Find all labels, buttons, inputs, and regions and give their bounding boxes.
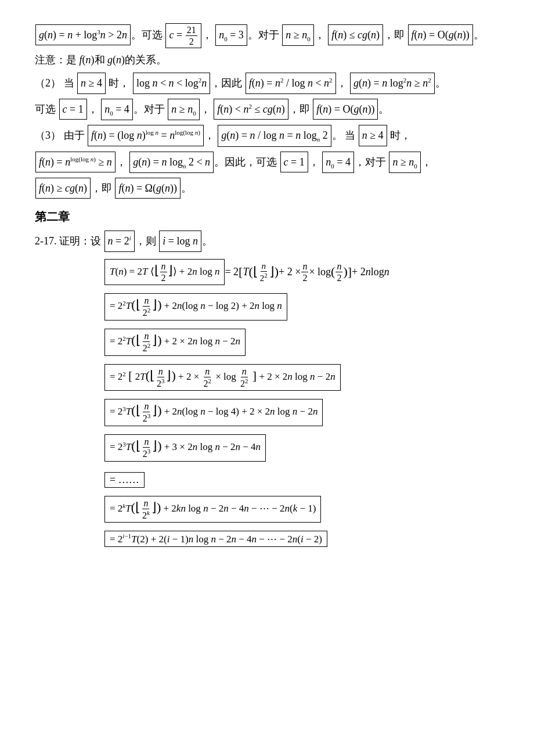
note-line: 注意：是 f(n)和 g(n)的关系。 [35,53,499,67]
eq-6: = 23T(⌊n23⌋) + 3 × 2n log n − 2n − 4n [104,434,266,462]
eq-2: = 22T(⌊n22⌋) + 2n(log n − log 2) + 2n lo… [104,293,287,321]
eq-row-dots: = …… [104,470,499,490]
eq-4: = 22 [ 2T(⌊n23⌋) + 2 × n22 × log n22 ] +… [104,364,341,391]
eq-row-1: T(n) = 2T ⟨⌊n2⌋⟩ + 2n log n = 2 [ T(⌊n22… [104,257,499,287]
box-fn-lt-n2-le-cgn: f(n) < n2 ≤ cg(n) [214,99,288,120]
box-fn-ge-n-p3: f(n) = nlog(log n) ≥ n [35,152,116,172]
eq-3: = 22T(⌊n22⌋) + 2 × 2n log n − 2n [104,329,246,356]
box-fn-O-gn-1: f(n) = O(g(n)) [408,24,473,45]
box-fn-O-gn-p2: f(n) = O(g(n)) [313,99,378,120]
part2-line1: （2） 当 n ≥ 4 时， log n < n < log2n，因此 f(n)… [35,73,499,93]
eq-row-6: = 23T(⌊n23⌋) + 3 × 2n log n − 2n − 4n [104,432,499,464]
eq-row-i: = 2i−1T(2) + 2(i − 1)n log n − 2n − 4n −… [104,528,499,549]
eq-row-k: = 2kT(⌊n2k⌋) + 2kn log n − 2n − 4n − ⋯ −… [104,494,499,525]
box-n-ge-n0-p3: n ≥ n0 [389,152,420,173]
eq-row-2: = 22T(⌊n22⌋) + 2n(log n − log 2) + 2n lo… [104,291,499,323]
box-gn-nlogn: g(n) = n / log n = n logn 2 [218,125,331,146]
box-gn-lt-n-p3: g(n) = n logn 2 < n [129,152,214,173]
box-fn-Omega-gn-p3: f(n) = Ω(g(n)) [115,178,181,199]
eq-1: T(n) = 2T ⟨⌊n2⌋⟩ + 2n log n [104,259,225,285]
box-c1-p2: c = 1 [59,99,87,120]
box-fn-n2-logn: f(n) = n2 / log n < n2 [246,73,336,93]
chapter-title: 第二章 [35,209,499,225]
box-n-2i: n = 2i [104,231,135,251]
box-n-ge-n0-1: n ≥ n0 [282,24,313,46]
box-n0-4-p3: n0 = 4 [322,152,354,173]
part3-line2: f(n) = nlog(log n) ≥ n， g(n) = n logn 2 … [35,152,499,173]
box-fn-ge-cgn-p3: f(n) ≥ cg(n) [35,178,91,199]
part2-line2: 可选 c = 1， n0 = 4。对于 n ≥ n0， f(n) < n2 ≤ … [35,99,499,120]
box-c-21-2: c = 212 [165,23,201,48]
problem-2-17-intro: 2-17. 证明：设 n = 2i，则 i = log n。 [35,231,499,251]
box-gn-def: g(n) = n + log3n > 2n [35,24,131,45]
eq-i: = 2i−1T(2) + 2(i − 1)n log n − 2n − 4n −… [104,531,327,547]
box-fn-logn-logn: f(n) = (log n)log n = nlog(log n) [88,125,204,146]
line-gn-def: g(n) = n + log3n > 2n 。可选 c = 212， n0 = … [35,23,499,48]
box-gn-nlog2n: g(n) = n log2n ≥ n2 [350,73,435,93]
box-i-logn: i = log n [159,231,201,251]
box-c1-p3: c = 1 [280,152,308,172]
eq-k: = 2kT(⌊n2k⌋) + 2kn log n − 2n − 4n − ⋯ −… [104,496,321,523]
box-fn-le-cgn: f(n) ≤ cg(n) [328,24,383,45]
eq-row-5: = 23T(⌊n23⌋) + 2n(log n − log 4) + 2 × 2… [104,397,499,429]
box-n-ge-4-p2: n ≥ 4 [77,73,106,93]
box-logn-lt-n-lt-log2n: log n < n < log2n [133,73,210,93]
part3-line3: f(n) ≥ cg(n)，即 f(n) = Ω(g(n))。 [35,178,499,199]
box-n-ge-n0-p2: n ≥ n0 [168,99,199,120]
eq-row-4: = 22 [ 2T(⌊n23⌋) + 2 × n22 × log n22 ] +… [104,362,499,394]
page-content: g(n) = n + log3n > 2n 。可选 c = 212， n0 = … [35,23,499,549]
box-n-ge-4-p3: n ≥ 4 [359,125,387,146]
box-n0-4-p2: n0 = 4 [101,99,133,120]
dots: = …… [104,472,145,488]
eq-row-3: = 22T(⌊n22⌋) + 2 × 2n log n − 2n [104,326,499,358]
equations-block: T(n) = 2T ⟨⌊n2⌋⟩ + 2n log n = 2 [ T(⌊n22… [104,257,499,549]
box-n0-3: n0 = 3 [215,24,247,46]
eq-5: = 23T(⌊n23⌋) + 2n(log n − log 4) + 2 × 2… [104,399,323,426]
part3-line1: （3） 由于 f(n) = (log n)log n = nlog(log n)… [35,125,499,146]
